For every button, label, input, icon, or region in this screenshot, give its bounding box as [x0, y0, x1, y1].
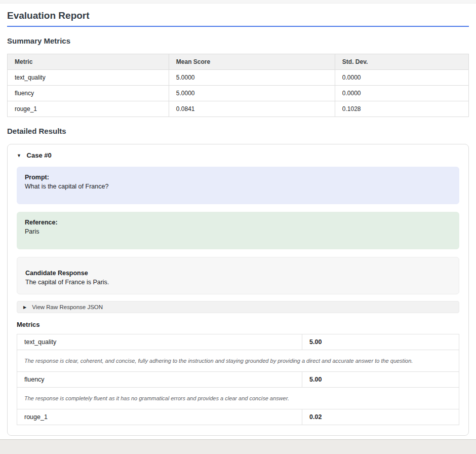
- candidate-response-text: The capital of France is Paris.: [25, 278, 451, 287]
- summary-col-std: Std. Dev.: [335, 54, 468, 70]
- caret-down-icon: ▼: [17, 153, 21, 158]
- caret-right-icon: ▶: [23, 305, 26, 310]
- metric-explanation: The response is clear, coherent, and con…: [17, 350, 459, 372]
- metric-score: 0.02: [302, 409, 459, 425]
- report-content: Evaluation Report Summary Metrics Metric…: [0, 10, 476, 440]
- reference-label: Reference:: [25, 218, 451, 227]
- summary-cell-metric: rouge_1: [8, 101, 169, 117]
- summary-header-row: Metric Mean Score Std. Dev.: [8, 54, 469, 70]
- reference-box: Reference: Paris: [17, 212, 459, 249]
- raw-json-details: ▶ View Raw Response JSON: [17, 301, 459, 313]
- metric-score: 5.00: [302, 334, 459, 350]
- case-0-card: ▼ Case #0 Prompt: What is the capital of…: [7, 144, 469, 436]
- prompt-text: What is the capital of France?: [25, 182, 451, 191]
- metric-explanation-row: The response is clear, coherent, and con…: [17, 350, 459, 372]
- summary-cell-std: 0.1028: [335, 101, 468, 117]
- metric-explanation: The response is completely fluent as it …: [17, 388, 459, 409]
- summary-cell-mean: 5.0000: [169, 86, 335, 101]
- summary-row: text_quality5.00000.0000: [8, 70, 469, 86]
- candidate-response-box: Candidate Response The capital of France…: [17, 257, 459, 294]
- metric-row: rouge_10.02: [17, 409, 459, 425]
- summary-col-metric: Metric: [8, 54, 169, 70]
- case-0-toggle[interactable]: ▼ Case #0: [17, 152, 459, 159]
- summary-cell-metric: fluency: [8, 86, 169, 101]
- metric-name: fluency: [17, 372, 302, 388]
- case-metrics-heading: Metrics: [17, 321, 459, 328]
- summary-cell-std: 0.0000: [335, 86, 468, 101]
- summary-row: fluency5.00000.0000: [8, 86, 469, 101]
- raw-json-toggle[interactable]: ▶ View Raw Response JSON: [17, 301, 459, 313]
- candidate-response-label: Candidate Response: [25, 269, 451, 278]
- case-0-title: Case #0: [27, 152, 52, 159]
- metric-row: fluency5.00: [17, 372, 459, 388]
- summary-metrics-heading: Summary Metrics: [7, 36, 469, 45]
- raw-json-label: View Raw Response JSON: [32, 304, 103, 310]
- detailed-results-heading: Detailed Results: [7, 127, 469, 135]
- page-title: Evaluation Report: [7, 10, 469, 27]
- summary-row: rouge_10.08410.1028: [8, 101, 469, 117]
- case-metrics-table: text_quality5.00The response is clear, c…: [17, 334, 459, 425]
- summary-cell-mean: 5.0000: [169, 70, 335, 86]
- reference-text: Paris: [25, 227, 451, 236]
- prompt-label: Prompt:: [25, 173, 451, 182]
- summary-metrics-table: Metric Mean Score Std. Dev. text_quality…: [7, 54, 469, 117]
- metric-name: rouge_1: [17, 409, 302, 425]
- summary-cell-mean: 0.0841: [169, 101, 335, 117]
- prompt-box: Prompt: What is the capital of France?: [17, 167, 459, 204]
- top-strip: [0, 0, 476, 4]
- summary-cell-std: 0.0000: [335, 70, 468, 86]
- metric-explanation-row: The response is completely fluent as it …: [17, 388, 459, 409]
- metric-name: text_quality: [17, 334, 302, 350]
- metric-score: 5.00: [302, 372, 459, 388]
- summary-cell-metric: text_quality: [8, 70, 169, 86]
- report-page: Evaluation Report Summary Metrics Metric…: [0, 0, 476, 440]
- metric-row: text_quality5.00: [17, 334, 459, 350]
- summary-col-mean: Mean Score: [169, 54, 335, 70]
